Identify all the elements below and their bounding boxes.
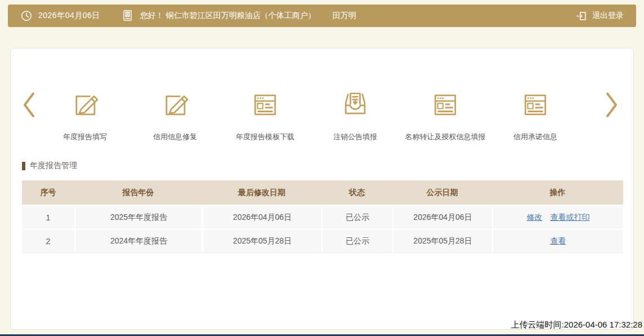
- chevron-left-icon: [21, 91, 36, 118]
- feature-label: 年度报告模板下载: [236, 132, 294, 142]
- feature-template-download[interactable]: 年度报告模板下载: [220, 90, 310, 142]
- upload-time-text: 上传云端时间:2026-04-06 17:32:28: [511, 320, 642, 330]
- cell-publish-date: 2025年05月28日: [392, 229, 492, 253]
- cell-seq: 1: [22, 205, 74, 229]
- view-link[interactable]: 查看: [551, 236, 566, 245]
- feature-carousel: 年度报告填写 信用信息修复 年度报告模板下载: [17, 90, 627, 142]
- top-bar: 2026年04月06日 您好！ 铜仁市碧江区田万明粮油店（个体工商户） 田万明 …: [8, 5, 636, 27]
- cell-last-modified: 2025年05月28日: [202, 229, 321, 253]
- table-row: 1 2025年年度报告 2026年04月06日 已公示 2026年04月06日 …: [22, 205, 623, 229]
- col-status: 状态: [321, 180, 392, 205]
- col-publish-date: 公示日期: [392, 180, 492, 205]
- logout-button[interactable]: 退出登录: [570, 10, 624, 22]
- browser-doc-icon: [430, 90, 460, 120]
- current-date: 2026年04月06日: [38, 11, 100, 21]
- feature-label: 信用承诺信息: [513, 132, 557, 142]
- feature-name-transfer-auth[interactable]: 名称转让及授权信息填报: [400, 90, 490, 142]
- section-title: 年度报告管理: [30, 161, 77, 171]
- cell-seq: 2: [22, 229, 74, 253]
- col-report-year: 报告年份: [74, 180, 202, 205]
- cell-actions: 修改查看或打印: [492, 205, 623, 229]
- section-marker: [22, 162, 25, 170]
- logout-label: 退出登录: [592, 11, 624, 21]
- cell-actions: 查看: [492, 229, 623, 253]
- modify-link[interactable]: 修改: [527, 213, 543, 222]
- col-actions: 操作: [492, 180, 623, 205]
- col-last-modified: 最后修改日期: [202, 180, 321, 205]
- section-header: 年度报告管理: [22, 161, 77, 171]
- view-or-print-link[interactable]: 查看或打印: [551, 213, 590, 222]
- main-panel: 年度报告填写 信用信息修复 年度报告模板下载: [10, 48, 634, 330]
- carousel-prev-button[interactable]: [17, 90, 40, 120]
- edit-square-icon: [70, 90, 100, 120]
- cell-report-year: 2024年年度报告: [74, 229, 202, 253]
- col-seq: 序号: [22, 180, 74, 205]
- clock-icon: [20, 10, 33, 22]
- cell-publish-date: 2026年04月06日: [392, 205, 492, 229]
- cell-status: 已公示: [321, 205, 392, 229]
- cell-status: 已公示: [321, 229, 392, 253]
- table-header-row: 序号 报告年份 最后修改日期 状态 公示日期 操作: [22, 180, 623, 205]
- inbox-icon: [340, 90, 370, 120]
- carousel-next-button[interactable]: [601, 90, 623, 120]
- feature-credit-repair[interactable]: 信用信息修复: [130, 90, 220, 142]
- feature-label: 名称转让及授权信息填报: [405, 132, 486, 142]
- user-name: 田万明: [333, 11, 356, 21]
- cell-report-year: 2025年年度报告: [74, 205, 202, 229]
- chevron-right-icon: [605, 91, 619, 118]
- feature-annual-report-fill[interactable]: 年度报告填写: [40, 90, 130, 142]
- user-badge-icon: [122, 9, 133, 23]
- browser-doc-icon: [250, 90, 280, 120]
- annual-report-table: 序号 报告年份 最后修改日期 状态 公示日期 操作 1 2025年年度报告 20…: [22, 180, 623, 253]
- logout-icon: [575, 10, 587, 22]
- table-row: 2 2024年年度报告 2025年05月28日 已公示 2025年05月28日 …: [22, 229, 623, 253]
- feature-label: 年度报告填写: [63, 132, 107, 142]
- cell-last-modified: 2026年04月06日: [202, 205, 321, 229]
- browser-doc-icon: [520, 90, 551, 120]
- feature-label: 注销公告填报: [333, 132, 377, 142]
- greeting-text: 您好！: [140, 11, 164, 21]
- feature-label: 信用信息修复: [153, 132, 197, 142]
- edit-square-icon: [160, 90, 190, 120]
- feature-cancellation-notice[interactable]: 注销公告填报: [310, 90, 400, 142]
- feature-credit-commitment[interactable]: 信用承诺信息: [490, 90, 580, 142]
- company-name: 铜仁市碧江区田万明粮油店（个体工商户）: [166, 11, 316, 21]
